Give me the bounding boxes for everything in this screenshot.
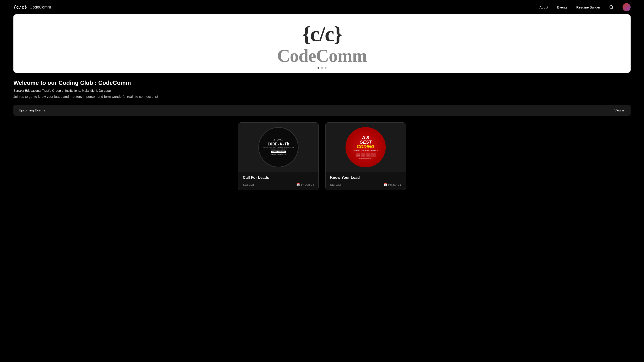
event-card-title-1[interactable]: Call For Leads [243,175,314,180]
nav-about[interactable]: About [539,5,548,9]
svg-line-1 [612,8,613,9]
event-date-text-2: Fri Jan 31 [388,183,401,186]
codeathon-badge: READY TO CODE [271,151,286,153]
view-all-link[interactable]: View all [614,109,625,112]
hero-banner: {c/c} CodeComm [14,14,630,73]
codeathon-image: #cccVTnu CODE-A-Th IT'S TIME TO PUT YOUR… [258,127,298,167]
carousel-dot-2[interactable] [321,67,323,69]
navbar: {c/c} CodeComm About Events Resume Build… [0,0,644,14]
kyl-website: .designchampionship... [359,158,372,159]
codeathon-org: #cccVTnu [274,139,283,141]
brand-link[interactable]: {c/c} CodeComm [14,5,51,10]
upcoming-events-label: Upcoming Events [19,108,45,112]
nav-events[interactable]: Events [557,5,567,9]
avatar[interactable] [622,3,630,11]
brand-logo: {c/c} [14,5,27,10]
kyl-icons-row: CODING APP WEB UI [356,153,376,157]
kyl-icon-1: CODING [356,153,360,157]
main-content: Welcome to our Coding Club : CodeComm Sa… [0,73,644,199]
event-organizer-1: SETGOI [243,183,254,186]
kyl-icon-3: WEB [366,153,370,157]
codeathon-food: MEALS & SNACKS & [271,154,286,155]
kyl-image: A'S GEST CODING HIP FOR 6-16 YEAR OLD KI… [346,127,386,167]
event-card-image-codeathon: #cccVTnu CODE-A-Th IT'S TIME TO PUT YOUR… [238,123,318,172]
event-card-footer-2: SETGOI 📅 Fri Jan 31 [330,183,401,186]
kyl-sub: HIP FOR 6-16 YEAR OLD KIDS [353,150,378,152]
carousel-dots [318,67,326,69]
kyl-coding-text: CODING [357,144,374,149]
event-organizer-2: SETGOI [330,183,341,186]
welcome-description: Join us to get to know your leads and me… [14,95,630,98]
codeathon-main-title: CODE-A-Th [268,142,289,146]
event-card-image-kyl: A'S GEST CODING HIP FOR 6-16 YEAR OLD KI… [326,123,406,172]
event-card-footer-1: SETGOI 📅 Fri Jan 24 [243,183,314,186]
events-bar: Upcoming Events View all [14,105,630,116]
kyl-title-a: A'S [362,135,370,140]
nav-resume-builder[interactable]: Resume Builder [576,5,600,9]
carousel-dot-3[interactable] [325,67,326,69]
hero-brand: CodeComm [277,46,367,66]
search-icon[interactable] [609,5,614,10]
kyl-icon-4: UI [371,153,376,157]
hero-logo: {c/c} [302,23,342,45]
calendar-icon-2: 📅 [384,183,387,186]
calendar-icon-1: 📅 [296,183,300,186]
event-cards: #cccVTnu CODE-A-Th IT'S TIME TO PUT YOUR… [14,122,630,190]
brand-name: CodeComm [30,5,51,10]
event-card-title-2[interactable]: Know Your Lead [330,175,401,180]
event-date-1: 📅 Fri Jan 24 [296,183,314,186]
welcome-title: Welcome to our Coding Club : CodeComm [14,79,630,86]
event-card-body-1: Call For Leads SETGOI 📅 Fri Jan 24 [238,172,318,190]
event-card-body-2: Know Your Lead SETGOI 📅 Fri Jan 31 [326,172,406,190]
codeathon-subtitle: IT'S TIME TO PUT YOUR CODING S<br>WITH T… [261,147,296,150]
event-date-2: 📅 Fri Jan 31 [384,183,401,186]
institution-link[interactable]: Sanaka Educational Trust's Group of Inst… [14,89,112,92]
event-card-call-for-leads[interactable]: #cccVTnu CODE-A-Th IT'S TIME TO PUT YOUR… [238,122,319,190]
carousel-dot-1[interactable] [318,67,319,69]
navbar-links: About Events Resume Builder [539,3,630,11]
event-date-text-1: Fri Jan 24 [301,183,314,186]
kyl-title-best: GEST [360,140,372,144]
event-card-know-your-lead[interactable]: A'S GEST CODING HIP FOR 6-16 YEAR OLD KI… [325,122,406,190]
kyl-icon-2: APP [361,153,366,157]
